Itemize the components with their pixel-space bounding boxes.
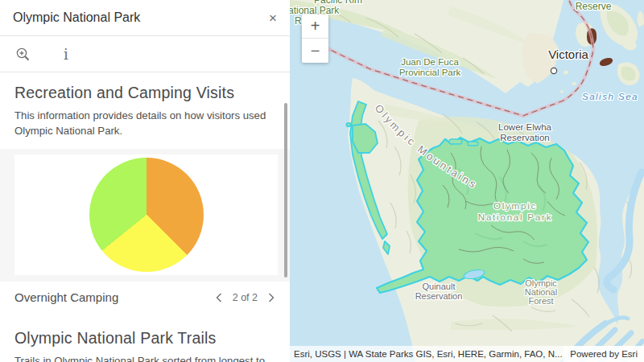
close-icon[interactable]: × bbox=[269, 11, 277, 25]
chart-box bbox=[14, 154, 278, 275]
label-victoria: Victoria bbox=[548, 47, 588, 61]
label-park-2: National Park bbox=[478, 212, 552, 222]
label-salish-sea: Salish Sea bbox=[582, 92, 638, 101]
label-forest-3: Forest bbox=[528, 296, 553, 306]
info-icon[interactable]: i bbox=[56, 44, 76, 64]
popup-title: Olympic National Park bbox=[13, 10, 140, 25]
label-juan-de-fuca-2: Provincial Park bbox=[399, 68, 461, 77]
feature-heading: Recreation and Camping Visits bbox=[14, 84, 275, 102]
feature-description: This information provides details on how… bbox=[14, 108, 275, 138]
media-pager: 2 of 2 bbox=[215, 292, 275, 303]
attribution-bar: Esri, USGS | WA State Parks GIS, Esri, H… bbox=[290, 346, 644, 362]
zoom-to-feature-icon[interactable] bbox=[13, 44, 32, 64]
label-quinault-2: Reservation bbox=[415, 291, 463, 301]
popup-panel: Olympic National Park × i Recreation and… bbox=[0, 0, 290, 362]
popup-toolbar: i bbox=[0, 36, 290, 72]
media-card bbox=[0, 149, 290, 282]
next-feature-section: Olympic National Park Trails Trails in O… bbox=[0, 329, 290, 362]
label-juan-de-fuca-1: Juan De Fuca bbox=[401, 57, 459, 67]
label-quinault-1: Quinault bbox=[423, 282, 456, 291]
basemap: Pacific Rim ational Park Re Juan De Fuca… bbox=[290, 0, 644, 362]
zoom-in-button[interactable]: + bbox=[302, 14, 328, 39]
chevron-left-icon[interactable] bbox=[215, 294, 223, 302]
next-feature-description: Trails in Olympic National Park sorted f… bbox=[14, 353, 275, 362]
media-caption: Overnight Camping bbox=[14, 290, 118, 304]
zoom-control: + − bbox=[302, 14, 328, 63]
panel-scrollbar[interactable] bbox=[284, 103, 287, 278]
attribution-sources: Esri, USGS | WA State Parks GIS, Esri, H… bbox=[290, 346, 564, 362]
popup-header: Olympic National Park × bbox=[0, 0, 290, 36]
label-lower-elwha-2: Reservation bbox=[500, 133, 549, 142]
app: Olympic National Park × i Recreation and… bbox=[0, 0, 644, 362]
victoria-marker bbox=[551, 68, 556, 73]
powered-by-esri[interactable]: Powered by Esri bbox=[564, 346, 644, 362]
label-reserve: Reserve bbox=[576, 1, 612, 12]
zoom-out-button[interactable]: − bbox=[302, 39, 328, 63]
label-lower-elwha-1: Lower Elwha bbox=[498, 122, 551, 132]
popup-content: Recreation and Camping Visits This infor… bbox=[0, 72, 290, 362]
next-feature-heading: Olympic National Park Trails bbox=[14, 329, 275, 348]
pager-count: 2 of 2 bbox=[233, 292, 258, 303]
map-view[interactable]: Pacific Rim ational Park Re Juan De Fuca… bbox=[290, 0, 644, 362]
chevron-right-icon[interactable] bbox=[267, 294, 275, 302]
media-caption-row: Overnight Camping 2 of 2 bbox=[14, 290, 275, 304]
pie-chart[interactable] bbox=[89, 158, 204, 272]
label-park-1: Olympic bbox=[493, 201, 537, 211]
